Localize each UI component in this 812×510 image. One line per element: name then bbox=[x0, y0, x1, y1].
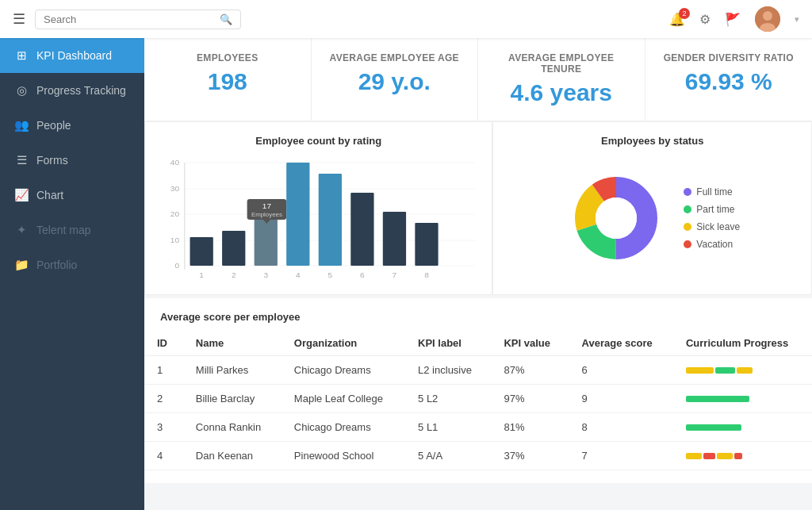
kpi-label-employees: Employees bbox=[160, 52, 295, 63]
notification-icon[interactable]: 🔔 2 bbox=[669, 12, 685, 27]
search-input[interactable] bbox=[44, 13, 216, 25]
table-row: 4 Dan Keenan Pinewood School 5 A/A 37% 7 bbox=[144, 442, 812, 470]
sidebar-item-kpi-dashboard[interactable]: ⊞ KPI Dashboard bbox=[0, 38, 144, 73]
cell-org: Pinewood School bbox=[282, 442, 405, 470]
sidebar-icon-forms: ☰ bbox=[14, 153, 29, 167]
cell-kpi-label: 5 L2 bbox=[405, 385, 491, 413]
col-avg-score: Average score bbox=[569, 331, 673, 356]
cell-progress bbox=[673, 356, 812, 385]
svg-text:8: 8 bbox=[424, 271, 429, 279]
sidebar-icon-portfolio: 📁 bbox=[14, 258, 29, 272]
cell-kpi-label: 5 A/A bbox=[405, 442, 491, 470]
svg-text:10: 10 bbox=[170, 236, 179, 244]
layout: ⊞ KPI Dashboard◎ Progress Tracking👥 Peop… bbox=[0, 38, 812, 510]
cell-id: 2 bbox=[144, 385, 183, 413]
sidebar-item-portfolio: 📁 Portfolio bbox=[0, 247, 144, 282]
sidebar-icon-kpi-dashboard: ⊞ bbox=[14, 48, 29, 63]
svg-text:5: 5 bbox=[328, 271, 333, 279]
sidebar-item-forms[interactable]: ☰ Forms bbox=[0, 143, 144, 178]
settings-icon[interactable]: ⚙ bbox=[699, 12, 710, 27]
kpi-label-avg-age: Average Employee Age bbox=[327, 52, 462, 63]
menu-icon[interactable]: ☰ bbox=[13, 10, 25, 28]
cell-kpi-value: 87% bbox=[491, 356, 569, 385]
svg-rect-28 bbox=[350, 193, 373, 266]
employee-table: ID Name Organization KPI label KPI value… bbox=[144, 331, 812, 470]
col-progress: Curriculum Progress bbox=[673, 331, 812, 356]
cell-kpi-value: 97% bbox=[491, 385, 569, 413]
sidebar-label-people: People bbox=[36, 119, 71, 132]
legend-label-vacation: Vacation bbox=[696, 239, 733, 250]
svg-rect-14 bbox=[190, 237, 213, 266]
sidebar-icon-chart: 📈 bbox=[14, 188, 29, 202]
topbar: ☰ 🔍 🔔 2 ⚙ 🚩 ▾ bbox=[0, 0, 812, 38]
kpi-label-gender-ratio: Gender Diversity Ratio bbox=[661, 52, 797, 63]
kpi-card-employees: Employees 198 bbox=[144, 38, 312, 121]
sidebar-item-chart[interactable]: 📈 Chart bbox=[0, 178, 144, 213]
sidebar-item-talent-map: ✦ Telent map bbox=[0, 213, 144, 247]
legend-dot-fulltime bbox=[684, 188, 691, 196]
progress-segment bbox=[686, 424, 741, 431]
sidebar-item-progress-tracking[interactable]: ◎ Progress Tracking bbox=[0, 73, 144, 108]
legend: Full time Part time Sick leave Vaca bbox=[684, 186, 740, 250]
svg-rect-26 bbox=[319, 174, 342, 266]
progress-segment bbox=[715, 367, 735, 374]
svg-text:17: 17 bbox=[262, 202, 271, 210]
svg-rect-24 bbox=[286, 163, 309, 266]
table-row: 3 Conna Rankin Chicago Dreams 5 L1 81% 8 bbox=[144, 413, 812, 442]
cell-kpi-value: 81% bbox=[491, 413, 569, 442]
kpi-value-gender-ratio: 69.93 % bbox=[661, 68, 797, 95]
bar-chart-card: Employee count by rating 40 30 20 bbox=[144, 121, 492, 295]
kpi-value-employees: 198 bbox=[160, 68, 295, 95]
progress-segment bbox=[686, 453, 702, 459]
progress-segment bbox=[717, 453, 733, 459]
cell-avg-score: 7 bbox=[569, 442, 673, 470]
donut-svg bbox=[565, 167, 668, 270]
sidebar: ⊞ KPI Dashboard◎ Progress Tracking👥 Peop… bbox=[0, 38, 144, 510]
topbar-right: 🔔 2 ⚙ 🚩 ▾ bbox=[669, 6, 799, 32]
svg-rect-16 bbox=[222, 231, 245, 266]
table-body: 1 Milli Parkes Chicago Dreams L2 inclusi… bbox=[144, 356, 812, 470]
kpi-card-gender-ratio: Gender Diversity Ratio 69.93 % bbox=[645, 38, 813, 121]
cell-id: 4 bbox=[144, 442, 183, 470]
sidebar-label-forms: Forms bbox=[36, 154, 68, 167]
cell-org: Maple Leaf College bbox=[282, 385, 405, 413]
kpi-card-avg-age: Average Employee Age 29 y.o. bbox=[312, 38, 479, 121]
avatar[interactable] bbox=[755, 6, 780, 32]
table-section: Average score per employee ID Name Organ… bbox=[144, 298, 812, 483]
kpi-value-avg-tenure: 4.6 years bbox=[494, 79, 629, 106]
svg-text:6: 6 bbox=[360, 271, 365, 279]
svg-text:Employees: Employees bbox=[251, 211, 282, 217]
legend-item-parttime: Part time bbox=[684, 204, 740, 215]
sidebar-label-kpi-dashboard: KPI Dashboard bbox=[36, 49, 112, 62]
cell-kpi-label: L2 inclusive bbox=[405, 356, 491, 385]
cell-progress bbox=[673, 442, 812, 470]
legend-dot-sickleave bbox=[684, 223, 691, 231]
cell-progress bbox=[673, 385, 812, 413]
legend-dot-vacation bbox=[684, 240, 691, 248]
svg-text:0: 0 bbox=[174, 262, 179, 270]
svg-text:3: 3 bbox=[263, 271, 268, 279]
svg-text:7: 7 bbox=[393, 271, 397, 279]
cell-id: 1 bbox=[144, 356, 183, 385]
cell-avg-score: 6 bbox=[569, 356, 673, 385]
col-name: Name bbox=[183, 331, 282, 356]
donut-area: Full time Part time Sick leave Vaca bbox=[506, 155, 799, 282]
cell-kpi-label: 5 L1 bbox=[405, 413, 491, 442]
avatar-chevron[interactable]: ▾ bbox=[795, 14, 799, 25]
cell-avg-score: 9 bbox=[569, 385, 673, 413]
svg-text:2: 2 bbox=[232, 271, 236, 279]
sidebar-label-talent-map: Telent map bbox=[36, 224, 90, 236]
legend-item-fulltime: Full time bbox=[684, 186, 740, 197]
search-icon: 🔍 bbox=[220, 13, 232, 25]
sidebar-icon-talent-map: ✦ bbox=[14, 223, 29, 237]
col-id: ID bbox=[144, 331, 183, 356]
cell-name: Dan Keenan bbox=[183, 442, 282, 470]
search-bar: 🔍 bbox=[35, 10, 241, 29]
svg-rect-32 bbox=[415, 223, 438, 266]
sidebar-icon-people: 👥 bbox=[14, 118, 29, 132]
flag-icon[interactable]: 🚩 bbox=[725, 12, 741, 27]
svg-text:40: 40 bbox=[170, 159, 179, 167]
svg-text:30: 30 bbox=[170, 185, 179, 193]
sidebar-item-people[interactable]: 👥 People bbox=[0, 108, 144, 143]
donut-chart-card: Employees by status bbox=[492, 121, 812, 295]
